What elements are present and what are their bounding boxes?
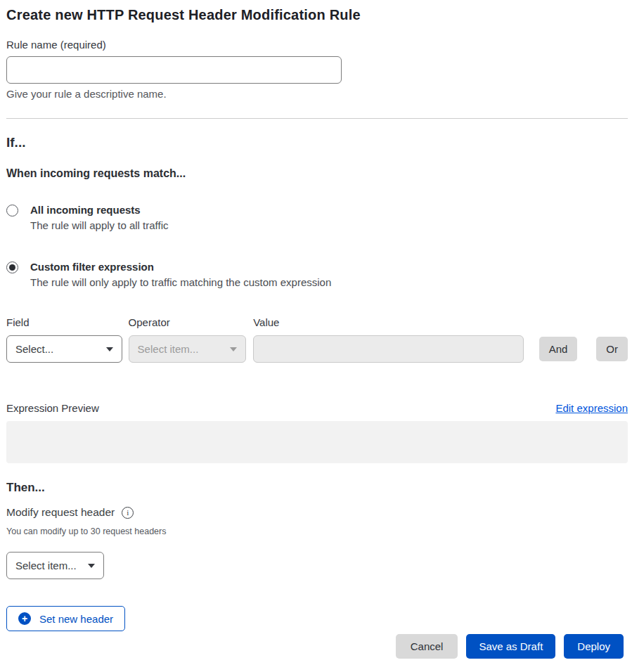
set-new-header-button[interactable]: Set new header (6, 606, 125, 631)
value-label: Value (253, 316, 523, 328)
header-item-select-value: Select item... (15, 560, 82, 571)
operator-label: Operator (129, 316, 247, 328)
then-section-heading: Then... (6, 481, 628, 495)
rule-name-label: Rule name (required) (6, 39, 628, 51)
deploy-button[interactable]: Deploy (564, 634, 624, 659)
page-title: Create new HTTP Request Header Modificat… (6, 7, 628, 23)
value-input[interactable] (253, 335, 523, 363)
expression-preview-header: Expression Preview Edit expression (6, 402, 628, 414)
operator-select[interactable]: Select item... (129, 335, 247, 363)
edit-expression-link[interactable]: Edit expression (555, 402, 628, 414)
plus-icon (18, 612, 31, 625)
match-subheading: When incoming requests match... (6, 167, 628, 180)
rule-name-input[interactable] (6, 56, 342, 84)
or-button[interactable]: Or (596, 337, 628, 361)
if-section-heading: If... (6, 135, 628, 150)
modify-request-header-label: Modify request header (6, 506, 115, 519)
set-new-header-label: Set new header (39, 613, 113, 625)
field-select[interactable]: Select... (6, 335, 122, 363)
info-icon[interactable] (122, 507, 134, 519)
operator-select-value: Select item... (138, 343, 225, 355)
radio-description-custom-expression: The rule will only apply to traffic matc… (30, 276, 331, 288)
radio-label-all-requests[interactable]: All incoming requests (30, 204, 168, 216)
radio-option-custom-expression[interactable]: Custom filter expression The rule will o… (6, 261, 628, 288)
chevron-down-icon (88, 564, 95, 568)
modify-header-help-text: You can modify up to 30 request headers (6, 526, 628, 536)
rule-name-help-text: Give your rule a descriptive name. (6, 88, 628, 100)
field-label: Field (6, 316, 122, 328)
field-select-value: Select... (15, 343, 101, 355)
radio-button-selected-icon[interactable] (6, 261, 18, 273)
expression-preview-label: Expression Preview (6, 402, 99, 414)
expression-builder-row: Field Select... Operator Select item... … (6, 316, 628, 363)
radio-description-all-requests: The rule will apply to all traffic (30, 219, 168, 231)
create-rule-form: Create new HTTP Request Header Modificat… (0, 0, 632, 659)
header-item-select[interactable]: Select item... (6, 552, 104, 579)
footer-actions: Cancel Save as Draft Deploy (6, 634, 628, 659)
radio-option-all-requests[interactable]: All incoming requests The rule will appl… (6, 204, 628, 231)
cancel-button[interactable]: Cancel (396, 634, 458, 659)
chevron-down-icon (106, 347, 113, 351)
section-divider (6, 118, 628, 119)
radio-button-icon[interactable] (6, 205, 18, 217)
chevron-down-icon (230, 347, 237, 351)
expression-preview-box (6, 421, 628, 463)
save-as-draft-button[interactable]: Save as Draft (466, 634, 555, 659)
and-button[interactable]: And (539, 337, 578, 361)
radio-label-custom-expression[interactable]: Custom filter expression (30, 261, 331, 273)
